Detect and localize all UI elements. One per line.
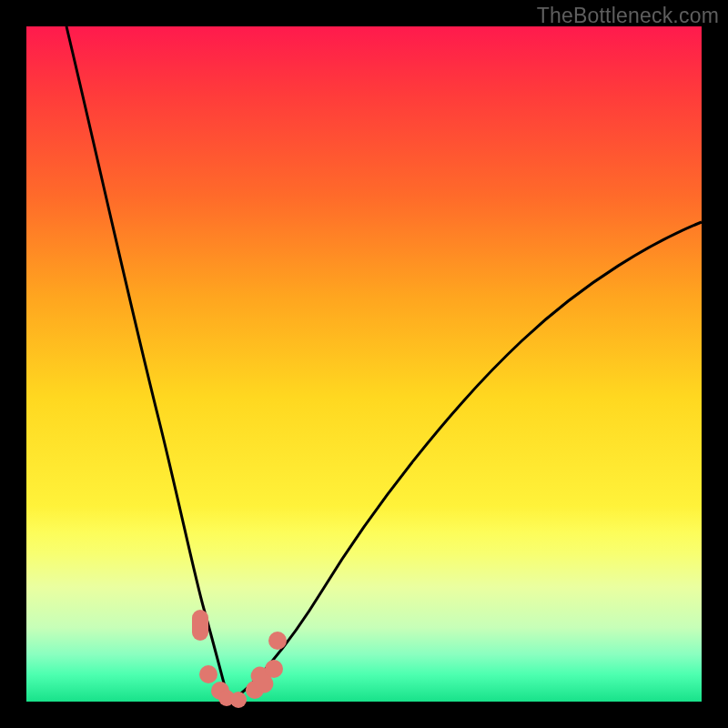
chart-svg [26, 26, 702, 702]
chart-plot-area [26, 26, 702, 702]
marker-dot [268, 632, 287, 650]
marker-dot [230, 692, 247, 708]
marker-dot [192, 610, 208, 641]
bottleneck-curve-left [66, 26, 228, 700]
marker-dot [265, 660, 283, 678]
watermark-text: TheBottleneck.com [537, 4, 719, 28]
marker-dot [199, 665, 217, 683]
bottleneck-curve-right [230, 222, 702, 701]
